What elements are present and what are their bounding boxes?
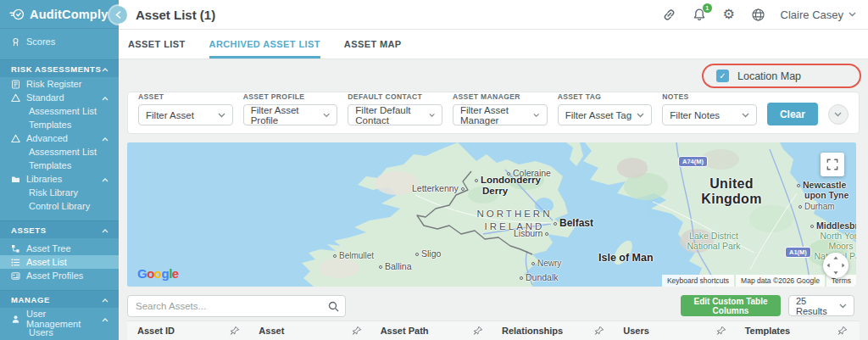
- section-label: ASSETS: [11, 226, 47, 235]
- keyboard-shortcuts-link[interactable]: Keyboard shortcuts: [662, 275, 734, 287]
- brand-logo[interactable]: AuditComply: [0, 0, 119, 29]
- asset-search: [127, 295, 346, 317]
- column-label: Templates: [745, 326, 791, 336]
- sidebar-item-advanced[interactable]: Advanced: [0, 131, 119, 145]
- tab-archived-asset-list[interactable]: ARCHIVED ASSET LIST: [209, 30, 320, 59]
- default-contact-filter-select[interactable]: Filter Default Contact: [348, 104, 442, 125]
- city-marker: [333, 254, 337, 258]
- column-label: Relationships: [502, 326, 563, 336]
- asset-filter-select[interactable]: Filter Asset: [138, 104, 233, 125]
- expand-filters-button[interactable]: [828, 104, 849, 125]
- chevron-up-icon: [102, 133, 108, 143]
- pin-column-icon[interactable]: [594, 326, 604, 336]
- app-window: AuditComply Scores RISK ASSESSMENTS Risk…: [0, 0, 868, 340]
- filter-panel: ASSET Filter Asset ASSET PROFILE Filter …: [127, 92, 860, 134]
- warning-triangle-icon: [11, 134, 20, 143]
- sidebar-item-label: Assessment List: [29, 106, 97, 116]
- city-marker: [554, 222, 557, 226]
- chevron-up-icon: [102, 174, 108, 184]
- sidebar-item-standard-assessment-list[interactable]: Assessment List: [0, 104, 119, 118]
- select-value: Filter Asset Profile: [251, 105, 323, 125]
- column-asset-id: Asset ID: [137, 326, 259, 336]
- sidebar-item-asset-profiles[interactable]: Asset Profiles: [0, 269, 119, 282]
- road-badge-a74m: A74(M): [678, 156, 708, 167]
- warning-triangle-icon: [11, 93, 20, 103]
- pin-column-icon[interactable]: [473, 326, 483, 336]
- map-label-belmullet: Belmullet: [333, 251, 374, 260]
- settings-gear-icon[interactable]: ⚙: [721, 7, 737, 22]
- search-input[interactable]: [127, 295, 346, 317]
- map-label-lisburn: Lisburn: [514, 228, 548, 238]
- sidebar-item-label: Standard: [26, 92, 64, 103]
- asset-manager-filter-select[interactable]: Filter Asset Manager: [453, 104, 548, 125]
- sidebar-item-control-library[interactable]: Control Library: [0, 199, 119, 213]
- asset-profile-filter-select[interactable]: Filter Asset Profile: [243, 104, 338, 125]
- city-marker: [379, 265, 382, 269]
- sidebar-section-assets[interactable]: ASSETS: [0, 220, 119, 238]
- sidebar-item-risk-register[interactable]: Risk Register: [0, 77, 119, 91]
- sidebar-section-manage[interactable]: MANAGE: [0, 290, 119, 308]
- sidebar-item-asset-tree[interactable]: Asset Tree: [0, 242, 119, 255]
- chevron-up-icon: [102, 64, 108, 74]
- city-marker: [797, 184, 800, 187]
- notifications-bell-icon[interactable]: 1: [692, 7, 707, 22]
- location-map[interactable]: Letterkenny LondonderryDerry Coleraine N…: [127, 142, 856, 287]
- column-templates: Templates: [745, 326, 849, 336]
- chevron-down-icon: [323, 113, 330, 118]
- results-per-page-select[interactable]: 25 Results: [788, 295, 854, 316]
- map-pan-control[interactable]: [823, 253, 849, 278]
- tab-asset-list[interactable]: ASSET LIST: [128, 30, 186, 59]
- map-label-dundalk: Dundalk: [520, 272, 559, 282]
- brand-name: AuditComply: [30, 8, 108, 21]
- map-label-belfast: Belfast: [554, 218, 593, 229]
- notification-count-badge: 1: [703, 3, 712, 13]
- map-label-united-kingdom: UnitedKingdom: [676, 176, 787, 208]
- asset-profile-filter-label: ASSET PROFILE: [243, 92, 338, 101]
- select-value: Filter Asset Tag: [565, 110, 632, 120]
- sidebar-item-label: Risk Register: [26, 79, 81, 89]
- sidebar-item-asset-list[interactable]: Asset List: [0, 255, 119, 269]
- tab-asset-map[interactable]: ASSET MAP: [344, 30, 402, 59]
- pin-column-icon[interactable]: [352, 326, 362, 336]
- map-label-isle-of-man: Isle of Man: [598, 252, 654, 264]
- asset-tag-filter-select[interactable]: Filter Asset Tag: [558, 104, 653, 125]
- pin-column-icon[interactable]: [230, 326, 240, 336]
- sidebar-item-standard[interactable]: Standard: [0, 91, 119, 104]
- pin-column-icon[interactable]: [716, 326, 726, 336]
- sidebar-section-risk-assessments[interactable]: RISK ASSESSMENTS: [0, 59, 119, 77]
- sidebar-item-standard-templates[interactable]: Templates: [0, 118, 119, 131]
- link-icon[interactable]: [662, 7, 677, 22]
- edit-custom-table-columns-button[interactable]: Edit Custom Table Columns: [681, 295, 781, 316]
- select-value: 25 Results: [796, 296, 839, 316]
- sidebar-item-label: Asset Tree: [26, 243, 71, 254]
- location-map-checkbox[interactable]: ✓: [716, 70, 729, 82]
- folder-icon: [11, 175, 20, 184]
- asset-filter-label: ASSET: [138, 92, 233, 101]
- sidebar-item-user-management[interactable]: User Management: [0, 312, 119, 326]
- default-contact-filter-label: DEFAULT CONTACT: [348, 92, 442, 101]
- map-fullscreen-button[interactable]: [821, 153, 844, 176]
- sidebar-item-libraries[interactable]: Libraries: [0, 172, 119, 186]
- map-label-coleraine: Coleraine: [507, 168, 551, 178]
- select-value: Filter Asset Manager: [460, 105, 533, 125]
- city-marker: [507, 172, 510, 176]
- column-label: Users: [623, 326, 649, 336]
- clear-filters-button[interactable]: Clear: [767, 103, 818, 125]
- sidebar-collapse-button[interactable]: [109, 6, 127, 24]
- chevron-up-icon: [102, 92, 108, 103]
- sidebar-item-advanced-assessment-list[interactable]: Assessment List: [0, 145, 119, 159]
- user-menu[interactable]: Claire Casey: [781, 8, 856, 21]
- sidebar-item-advanced-templates[interactable]: Templates: [0, 159, 119, 172]
- column-relationships: Relationships: [502, 326, 623, 336]
- select-value: Filter Notes: [670, 110, 720, 120]
- section-label: MANAGE: [11, 295, 50, 304]
- notes-filter-select[interactable]: Filter Notes: [662, 104, 757, 125]
- google-logo[interactable]: Google: [137, 266, 179, 281]
- sidebar-item-scores[interactable]: Scores: [0, 35, 119, 48]
- user-name: Claire Casey: [781, 8, 843, 21]
- globe-icon[interactable]: [751, 7, 766, 22]
- sidebar-item-risk-library[interactable]: Risk Library: [0, 186, 119, 199]
- map-label-letterkenny: Letterkenny: [412, 183, 465, 193]
- asset-manager-filter-label: ASSET MANAGER: [453, 92, 548, 101]
- pin-column-icon[interactable]: [837, 326, 848, 336]
